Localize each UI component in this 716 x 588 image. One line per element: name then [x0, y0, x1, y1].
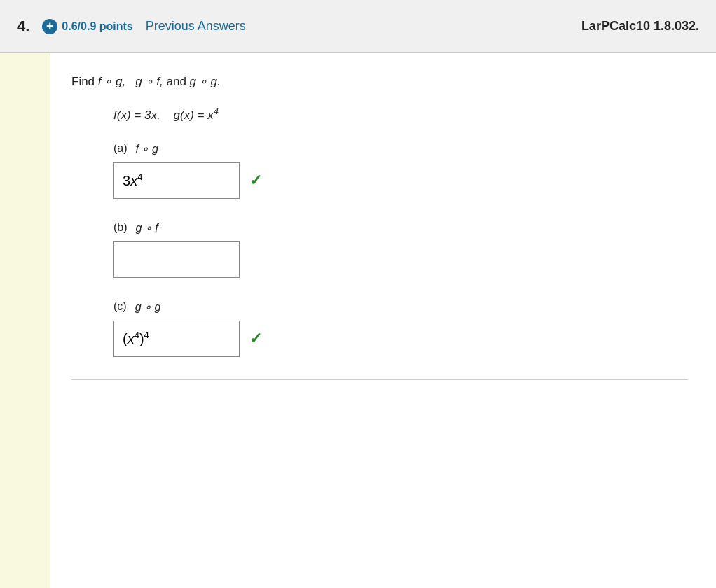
question-number: 4. — [17, 18, 29, 36]
gog-label: g ∘ g. — [190, 75, 221, 88]
part-b-label: (b) g ∘ f — [113, 221, 688, 234]
part-c-expr: g ∘ g — [135, 300, 161, 314]
part-a-answer-row: 3x4 ✓ — [113, 162, 688, 199]
content-area: Find f ∘ g, g ∘ f, and g ∘ g. f(x) = 3x,… — [0, 53, 716, 588]
part-a-answer-text: 3x4 — [123, 172, 142, 189]
header-bar: 4. + 0.6/0.9 points Previous Answers Lar… — [0, 0, 716, 53]
part-b-expr: g ∘ f — [136, 221, 158, 234]
gx-def: g(x) = x4 — [174, 108, 219, 122]
part-b: (b) g ∘ f — [71, 221, 688, 278]
part-a-letter: (a) — [113, 142, 128, 155]
part-c-letter: (c) — [113, 300, 127, 313]
part-a: (a) f ∘ g 3x4 ✓ — [71, 142, 688, 199]
instruction-text: Find — [71, 75, 98, 88]
part-c-answer-text: (x4)4 — [123, 330, 149, 347]
plus-icon: + — [42, 19, 57, 34]
part-b-letter: (b) — [113, 221, 128, 234]
part-b-answer-row — [113, 241, 688, 278]
and-text: and — [166, 75, 189, 88]
part-a-checkmark: ✓ — [249, 172, 262, 190]
part-a-expr: f ∘ g — [136, 142, 158, 155]
part-c-label: (c) g ∘ g — [113, 300, 688, 314]
previous-answers-link[interactable]: Previous Answers — [146, 19, 246, 34]
part-a-answer-box[interactable]: 3x4 — [113, 162, 240, 199]
part-c-answer-box[interactable]: (x4)4 — [113, 321, 240, 357]
part-b-answer-box[interactable] — [113, 241, 240, 278]
part-c: (c) g ∘ g (x4)4 ✓ — [71, 300, 688, 357]
problem-id: LarPCalc10 1.8.032. — [581, 19, 699, 34]
part-c-answer-row: (x4)4 ✓ — [113, 321, 688, 357]
part-a-label: (a) f ∘ g — [113, 142, 688, 155]
main-content: Find f ∘ g, g ∘ f, and g ∘ g. f(x) = 3x,… — [50, 53, 716, 588]
points-badge: + 0.6/0.9 points — [42, 19, 132, 34]
functions-line: f(x) = 3x, g(x) = x4 — [71, 106, 688, 122]
fx-def: f(x) = 3x, — [113, 108, 170, 122]
part-c-checkmark: ✓ — [249, 330, 262, 348]
problem-statement: Find f ∘ g, g ∘ f, and g ∘ g. — [71, 74, 688, 89]
fog-label: f ∘ g, g ∘ f, — [98, 75, 163, 88]
yellow-sidebar — [0, 53, 50, 588]
points-text: 0.6/0.9 points — [62, 20, 132, 33]
bottom-border — [71, 379, 688, 380]
